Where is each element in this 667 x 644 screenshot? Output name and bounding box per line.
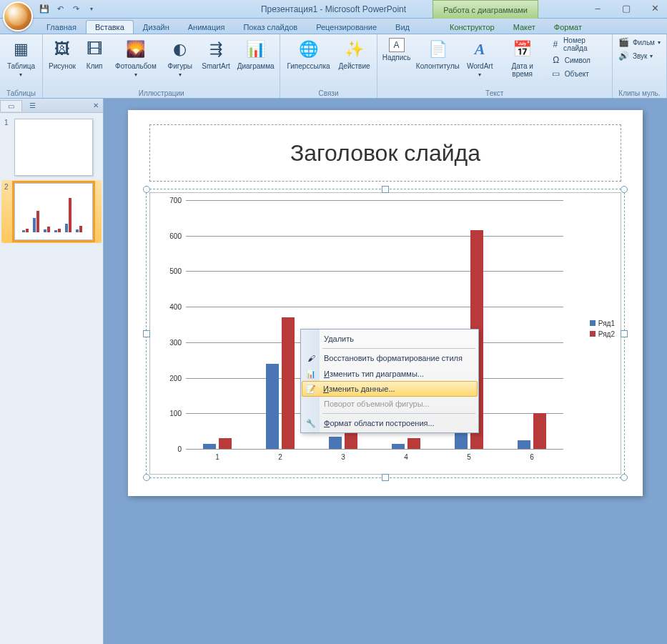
chart-bar[interactable] [392, 444, 405, 449]
ctx-edit-data[interactable]: 📝Изменить данные... [302, 381, 478, 397]
chart-bar[interactable] [407, 438, 420, 449]
chart-bar[interactable] [266, 364, 279, 449]
ribbon-group-text: AНадпись 📄Колонтитулы AWordArt 📅Дата и в… [377, 34, 613, 98]
gridline [186, 449, 563, 450]
datetime-button[interactable]: 📅Дата и время [499, 36, 546, 80]
y-axis-label: 500 [169, 267, 182, 275]
shapes-icon: ◐ [169, 38, 192, 61]
tab-slideshow[interactable]: Показ слайдов [234, 20, 307, 34]
thumbs-tabs: ▭ ☰ ✕ [0, 99, 103, 113]
album-button[interactable]: 🌄Фотоальбом [110, 36, 161, 80]
office-button[interactable] [3, 1, 33, 31]
thumbs-tab-slides[interactable]: ▭ [0, 100, 22, 112]
album-icon: 🌄 [124, 38, 147, 61]
chart-bar[interactable] [203, 444, 216, 449]
close-icon[interactable]: ✕ [646, 1, 664, 14]
window-title: Презентация1 - Microsoft PowerPoint [261, 4, 406, 14]
y-axis-label: 300 [169, 338, 182, 346]
minimize-icon[interactable]: – [588, 1, 607, 14]
hash-icon: # [550, 39, 560, 50]
slide[interactable]: Заголовок слайда 01002003004005006007001… [128, 110, 643, 496]
action-button[interactable]: ✨Действие [335, 36, 374, 72]
object-button[interactable]: ▭Объект [548, 67, 609, 80]
textbox-icon: A [389, 38, 405, 52]
tab-view[interactable]: Вид [386, 20, 419, 34]
smartart-button[interactable]: ⇶SmartArt [199, 36, 233, 72]
tab-insert[interactable]: Вставка [86, 20, 134, 34]
ctx-restore-style[interactable]: 🖌Восстановить форматирование стиля [302, 350, 477, 366]
object-icon: ▭ [550, 68, 562, 79]
resize-handle[interactable] [621, 330, 628, 337]
restore-icon: 🖌 [305, 352, 317, 364]
resize-handle[interactable] [143, 186, 150, 193]
ctx-change-type[interactable]: 📊Изменить тип диаграммы... [302, 366, 477, 382]
ctx-format-plot[interactable]: 🔧Формат области построения... [302, 415, 477, 431]
film-button[interactable]: 🎬Фильм [616, 36, 663, 49]
resize-handle[interactable] [621, 186, 628, 193]
save-icon[interactable]: 💾 [37, 2, 51, 16]
redo-icon[interactable]: ↷ [69, 2, 83, 16]
tab-chart-format[interactable]: Формат [545, 20, 591, 34]
legend-swatch [590, 320, 596, 326]
slide-title-placeholder[interactable]: Заголовок слайда [149, 124, 621, 182]
tab-anim[interactable]: Анимация [179, 20, 234, 34]
resize-handle[interactable] [382, 474, 389, 481]
chart-object[interactable]: 0100200300400500600700123456 Ряд1 Ряд2 У… [149, 192, 621, 475]
chart-button[interactable]: 📊Диаграмма [234, 36, 277, 72]
chart-bar[interactable] [533, 413, 546, 449]
chart-bar[interactable] [518, 440, 530, 449]
ctx-delete[interactable]: Удалить [302, 331, 477, 347]
chart-legend[interactable]: Ряд1 Ряд2 [590, 319, 615, 341]
wordart-button[interactable]: AWordArt [463, 36, 498, 80]
table-button[interactable]: ▦Таблица [3, 36, 39, 80]
chart-type-icon: 📊 [305, 368, 317, 380]
symbol-button[interactable]: ΩСимвол [548, 54, 609, 66]
undo-icon[interactable]: ↶ [53, 2, 67, 16]
shapes-button[interactable]: ◐Фигуры [162, 36, 197, 80]
maximize-icon[interactable]: ▢ [617, 1, 636, 14]
resize-handle[interactable] [143, 330, 150, 337]
calendar-icon: 📅 [511, 38, 534, 61]
table-icon: ▦ [9, 38, 32, 61]
chart-bar[interactable] [329, 437, 342, 449]
thumb-slide-1[interactable]: 1 [4, 119, 99, 176]
hyperlink-button[interactable]: 🌐Гиперссылка [283, 36, 333, 72]
titlebar: 💾 ↶ ↷ Презентация1 - Microsoft PowerPoin… [0, 0, 667, 19]
y-axis-label: 400 [169, 303, 182, 311]
tab-review[interactable]: Рецензирование [307, 20, 386, 34]
textbox-button[interactable]: AНадпись [380, 36, 413, 64]
format-icon: 🔧 [305, 417, 317, 429]
headerfooter-button[interactable]: 📄Колонтитулы [415, 36, 461, 72]
resize-handle[interactable] [621, 474, 628, 481]
x-axis-label: 6 [530, 453, 534, 461]
gridline [186, 200, 563, 201]
x-axis-label: 1 [215, 453, 219, 461]
workspace: ▭ ☰ ✕ 1 2 [0, 99, 667, 644]
context-menu: Удалить 🖌Восстановить форматирование сти… [300, 329, 479, 433]
clip-button[interactable]: 🎞Клип [80, 36, 109, 72]
chart-bar[interactable] [219, 438, 232, 449]
tab-home[interactable]: Главная [37, 20, 86, 34]
tab-chart-layout[interactable]: Макет [504, 20, 545, 34]
sound-button[interactable]: 🔊Звук [616, 49, 663, 62]
tab-chart-design[interactable]: Конструктор [440, 20, 504, 34]
thumb-slide-2[interactable]: 2 [1, 180, 102, 243]
chart-bar[interactable] [282, 317, 295, 449]
picture-button[interactable]: 🖼Рисунок [46, 36, 79, 72]
speaker-icon: 🔊 [618, 50, 630, 61]
thumbs-tab-outline[interactable]: ☰ [22, 100, 43, 111]
slidenumber-button[interactable]: #Номер слайда [548, 36, 609, 53]
tab-design[interactable]: Дизайн [134, 20, 179, 34]
qat-dropdown-icon[interactable] [84, 2, 99, 16]
legend-item: Ряд1 [590, 319, 615, 327]
group-label: Текст [380, 89, 609, 98]
y-axis-label: 200 [169, 374, 182, 382]
thumb-preview [14, 119, 93, 176]
ribbon-group-tables: ▦Таблица Таблицы [0, 34, 43, 98]
resize-handle[interactable] [143, 474, 150, 481]
ribbon-group-media: 🎬Фильм 🔊Звук Клипы муль. [613, 34, 667, 98]
x-axis-label: 5 [467, 453, 471, 461]
resize-handle[interactable] [382, 186, 389, 193]
x-axis-label: 3 [341, 453, 345, 461]
thumbs-close-icon[interactable]: ✕ [93, 101, 99, 109]
